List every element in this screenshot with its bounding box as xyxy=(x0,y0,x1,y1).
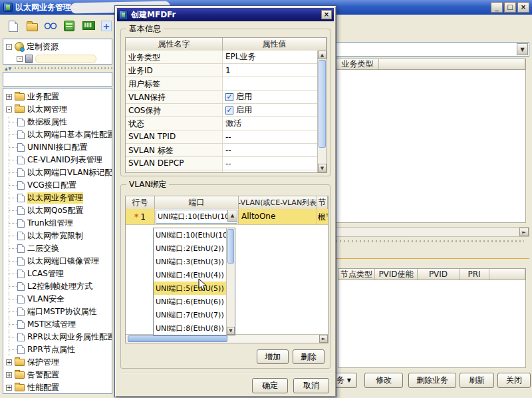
tree-filter-input[interactable] xyxy=(3,72,112,87)
dropdown-item[interactable]: UNI端口:8(EthU(8)) xyxy=(154,321,235,335)
vlan-binding-row[interactable]: * 1 UNI端口:10(EthU(10)) ▲ AlltoOne 根节 xyxy=(126,209,328,225)
tree-item[interactable]: 以太网业务管理 xyxy=(3,192,112,204)
tree-item[interactable]: 以太网端口镜像管理 xyxy=(3,255,112,268)
attribute-value[interactable] xyxy=(223,77,317,90)
scroll-down-icon[interactable]: ▼ xyxy=(318,164,327,172)
add-button[interactable]: 增加 xyxy=(257,349,289,364)
resource-tree-node[interactable]: - xyxy=(3,53,112,65)
tree-item[interactable]: VLAN安全 xyxy=(3,293,112,305)
tree-item[interactable]: 以太网端口基本属性配置 xyxy=(3,128,112,141)
tree-item[interactable]: 端口MSTP协议属性 xyxy=(3,305,112,318)
tree-item[interactable]: +业务配置 xyxy=(3,91,112,103)
tree-item[interactable]: RPR节点属性 xyxy=(3,343,112,356)
dropdown-item[interactable]: UNI端口:4(EthU(4)) xyxy=(154,268,235,282)
tree-item[interactable]: +保护管理 xyxy=(3,356,112,369)
ce-vlan-cell[interactable]: AlltoOne xyxy=(239,209,317,224)
attribute-row[interactable]: 状态激活 xyxy=(126,117,327,130)
attribute-value[interactable] xyxy=(223,170,317,173)
attribute-row[interactable]: COS保持✓启用 xyxy=(126,104,327,117)
attribute-row[interactable]: SVLAN TPID-- xyxy=(126,130,327,144)
tree-item[interactable]: 以太网端口VLAN标记配置 xyxy=(3,166,112,179)
tree-item[interactable]: RPR以太网业务属性配置 xyxy=(3,331,112,343)
tree-item[interactable]: CE-VLANID列表管理 xyxy=(3,154,112,166)
checkbox-checked-icon[interactable]: ✓ xyxy=(225,106,233,114)
scroll-right-icon[interactable]: ► xyxy=(519,228,529,236)
dropdown-item[interactable]: UNI端口:2(EthU(2)) xyxy=(154,242,235,255)
splitter-arrows-icon[interactable]: ▲▼ xyxy=(5,66,12,71)
attribute-value[interactable]: 1 xyxy=(223,64,317,77)
dropdown-item[interactable]: UNI端口:3(EthU(3)) xyxy=(154,255,235,268)
chevron-down-icon[interactable]: ▼ xyxy=(517,43,528,55)
attribute-row[interactable]: VLAN保持✓启用 xyxy=(126,91,327,104)
cancel-button[interactable]: 取消 xyxy=(293,378,329,393)
dropdown-item[interactable]: UNI端口:6(EthU(6)) xyxy=(154,295,235,308)
attribute-value[interactable]: ✓启用 xyxy=(223,104,317,116)
attribute-row[interactable]: 业务类型EPL业务 xyxy=(126,51,327,64)
scrollbar-thumb[interactable] xyxy=(319,60,326,148)
tree-item[interactable]: -以太网管理 xyxy=(3,103,112,116)
dialog-close-button[interactable]: × xyxy=(321,10,332,19)
attribute-value[interactable]: ✓启用 xyxy=(223,91,317,103)
refresh-button[interactable]: 刷新 xyxy=(460,373,494,388)
checkbox-checked-icon[interactable]: ✓ xyxy=(225,93,233,101)
dropdown-item[interactable]: UNI端口:5(EthU(5)) xyxy=(154,282,235,295)
tree-item[interactable]: MST区域管理 xyxy=(3,318,112,331)
delete-button[interactable]: 删除 xyxy=(293,349,325,364)
tree-item[interactable]: UNINNI接口配置 xyxy=(3,141,112,154)
attribute-value[interactable]: -- xyxy=(223,130,317,143)
resource-tree-root[interactable]: - 定制资源 xyxy=(3,41,112,53)
minimize-button[interactable]: _ xyxy=(491,2,503,13)
collapse-icon[interactable]: - xyxy=(17,56,23,62)
splitter-grip[interactable] xyxy=(15,67,112,69)
tree-item[interactable]: 以太网带宽限制 xyxy=(3,230,112,242)
dropdown-scrollbar[interactable]: ▼ xyxy=(226,228,235,335)
expand-icon[interactable]: + xyxy=(6,385,12,391)
tree-item[interactable]: LCAS管理 xyxy=(3,268,112,280)
expand-icon[interactable]: + xyxy=(6,372,12,378)
attribute-row[interactable]: 用户标签 xyxy=(126,77,327,91)
maximize-button[interactable]: □ xyxy=(504,2,516,13)
collapse-icon[interactable]: - xyxy=(6,44,12,50)
zoom-in-icon[interactable]: + xyxy=(101,21,112,31)
attribute-value[interactable]: -- xyxy=(223,157,317,170)
scroll-up-icon[interactable]: ▲ xyxy=(318,51,327,59)
view-search-icon[interactable] xyxy=(44,19,57,33)
dropdown-item[interactable]: UNI端口:7(EthU(7)) xyxy=(154,308,235,321)
tree-item[interactable]: VCG接口配置 xyxy=(3,179,112,192)
collapse-icon[interactable]: - xyxy=(6,106,12,112)
scrollbar-thumb[interactable] xyxy=(128,335,227,342)
expand-icon[interactable]: + xyxy=(6,359,12,365)
tree-item[interactable]: 以太网QoS配置 xyxy=(3,204,112,217)
tree-item[interactable]: +告警配置 xyxy=(3,369,112,381)
expand-icon[interactable]: + xyxy=(6,94,12,100)
list-view-icon[interactable] xyxy=(63,19,76,33)
tree-item[interactable]: Trunk组管理 xyxy=(3,217,112,230)
attribute-row[interactable]: 老化时间使能 xyxy=(126,170,327,173)
attribute-row[interactable]: SVLAN 标签-- xyxy=(126,144,327,157)
tree-item[interactable]: +性能配置 xyxy=(3,381,112,394)
delete-service-button[interactable]: 删除业务 xyxy=(408,373,456,388)
panel-splitter[interactable]: ▲▼ xyxy=(3,65,112,71)
port-combobox[interactable]: UNI端口:10(EthU(10)) xyxy=(156,210,237,224)
scroll-right-icon[interactable]: ► xyxy=(319,335,328,343)
scrollbar-thumb[interactable] xyxy=(227,229,234,264)
service-filter-combobox[interactable]: ▼ xyxy=(332,42,529,57)
section-splitter-grip[interactable] xyxy=(336,240,524,242)
device-view-icon[interactable] xyxy=(81,19,94,33)
service-table-hscrollbar[interactable]: ► xyxy=(336,227,529,237)
tree-item[interactable]: 数据板属性 xyxy=(3,116,112,128)
attribute-row[interactable]: 业务ID1 xyxy=(126,64,327,77)
scroll-down-icon[interactable]: ▼ xyxy=(227,327,235,335)
dropdown-item[interactable]: UNI端口:10(EthU(10)) xyxy=(154,228,235,242)
new-document-icon[interactable] xyxy=(7,19,20,33)
open-folder-icon[interactable] xyxy=(25,19,39,33)
close-button[interactable]: × xyxy=(517,2,529,13)
attribute-value[interactable]: 激活 xyxy=(223,117,317,130)
modify-button[interactable]: 修改 xyxy=(364,373,403,388)
attribute-value[interactable]: -- xyxy=(223,144,317,156)
tree-item[interactable]: L2控制帧处理方式 xyxy=(3,280,112,293)
attribute-row[interactable]: SVLAN DEPCP-- xyxy=(126,157,327,170)
combo-open-icon[interactable]: ▲ xyxy=(227,210,237,222)
ok-button[interactable]: 确定 xyxy=(252,378,288,393)
attribute-value[interactable]: EPL业务 xyxy=(223,51,317,63)
